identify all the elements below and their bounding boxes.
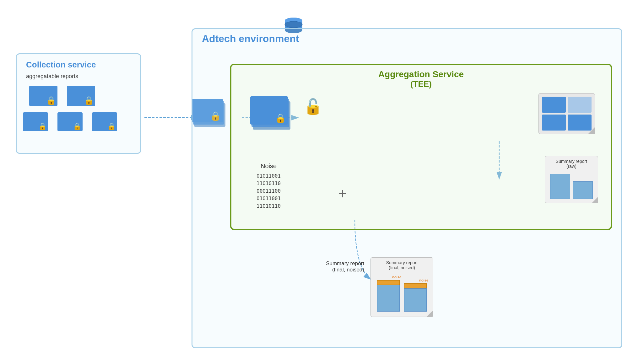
noise-label: Noise <box>257 163 281 170</box>
report-card-4: 🔒 <box>57 112 83 131</box>
decoded-report-card <box>538 93 595 134</box>
report-card-5: 🔒 <box>92 112 117 131</box>
aggregation-service-box: Aggregation Service (TEE) 🔒 🔓 <box>230 64 612 230</box>
summary-raw-label: Summary report (raw) <box>545 156 598 169</box>
summary-final-label: Summary report (final, noised) <box>371 258 433 270</box>
report-card-2: 🔒 <box>67 86 95 106</box>
report-card-3: 🔒 <box>23 112 48 131</box>
report-card-1: 🔒 <box>29 86 57 106</box>
adtech-title: Adtech environment <box>202 33 299 45</box>
summary-report-raw-card: Summary report (raw) <box>545 156 598 203</box>
diagram-wrapper: Collection service aggregatable reports … <box>9 9 629 355</box>
collection-service-box: Collection service aggregatable reports … <box>16 53 141 154</box>
plus-operator: + <box>338 185 347 202</box>
noise-label-bar2: noise <box>419 278 428 282</box>
aggregation-input-batch: 🔒 <box>250 96 297 137</box>
summary-report-final-card: Summary report (final, noised) noise noi… <box>370 257 433 317</box>
summary-final-text-label: Summary report (final, noised) <box>301 260 364 273</box>
noise-section: Noise 01011001 11010110 00011100 0101100… <box>257 163 281 210</box>
aggregation-title: Aggregation Service (TEE) <box>378 69 464 89</box>
noise-label-bar1: noise <box>392 275 401 279</box>
collection-sublabel: aggregatable reports <box>26 73 78 80</box>
unlocked-padlock: 🔓 <box>304 98 322 115</box>
noise-binary: 01011001 11010110 00011100 01011001 1101… <box>257 172 281 210</box>
collection-title: Collection service <box>26 60 96 70</box>
